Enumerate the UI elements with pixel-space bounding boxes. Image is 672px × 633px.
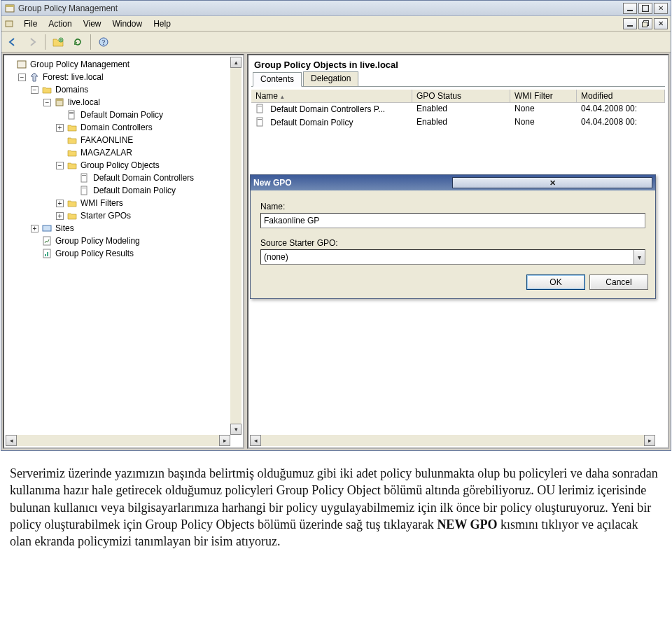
expand-icon[interactable]: + xyxy=(56,200,64,207)
tree-label: FAKAONLINE xyxy=(80,134,133,146)
menu-file[interactable]: File xyxy=(18,18,43,30)
tabbar: Contents Delegation xyxy=(251,71,665,87)
client-area: Group Policy Management − Forest: live.l… xyxy=(1,53,671,450)
list-row[interactable]: Default Domain Controllers P... Enabled … xyxy=(251,103,665,116)
svg-rect-1 xyxy=(6,5,14,7)
new-gpo-dialog: New GPO ✕ Name: Source Starter GPO: (non… xyxy=(250,174,656,299)
tree-gpo-ddp[interactable]: Default Domain Policy xyxy=(6,184,241,197)
dialog-close-button[interactable]: ✕ xyxy=(452,177,652,188)
svg-rect-3 xyxy=(643,5,649,11)
dialog-titlebar[interactable]: New GPO ✕ xyxy=(251,175,655,190)
gpo-name-input[interactable] xyxy=(260,213,645,228)
forest-icon xyxy=(29,71,40,83)
tree-domains[interactable]: − Domains xyxy=(6,83,241,96)
expand-icon[interactable]: + xyxy=(56,124,64,132)
ok-button[interactable]: OK xyxy=(526,274,585,290)
source-starter-dropdown[interactable]: (none) ▾ xyxy=(260,249,645,265)
back-button[interactable] xyxy=(4,34,21,50)
svg-rect-2 xyxy=(627,10,633,11)
header-status[interactable]: GPO Status xyxy=(412,90,510,102)
tab-contents[interactable]: Contents xyxy=(253,72,302,87)
tree-modeling[interactable]: Group Policy Modeling xyxy=(6,235,241,247)
collapse-icon[interactable]: − xyxy=(43,99,51,106)
svg-rect-24 xyxy=(45,254,46,256)
tree-label: Group Policy Management xyxy=(30,58,130,71)
tree-label: Sites xyxy=(55,222,74,235)
tree-gpo-ddc[interactable]: Default Domain Controllers xyxy=(6,172,241,184)
menu-window[interactable]: Window xyxy=(107,18,148,30)
scroll-right-icon[interactable]: ▸ xyxy=(219,435,230,446)
tree-ddp[interactable]: Default Domain Policy xyxy=(6,109,241,121)
article-bold: NEW GPO xyxy=(437,517,497,531)
collapse-icon[interactable]: − xyxy=(56,162,64,169)
tree-starter[interactable]: + Starter GPOs xyxy=(6,209,241,222)
scroll-left-icon[interactable]: ◂ xyxy=(6,435,17,446)
svg-rect-22 xyxy=(43,237,50,245)
expand-icon[interactable]: + xyxy=(31,225,38,232)
tree-gpo[interactable]: − Group Policy Objects xyxy=(6,159,241,172)
tree-hscroll[interactable]: ◂▸ xyxy=(6,435,230,446)
console-icon xyxy=(16,59,27,70)
menu-view[interactable]: View xyxy=(78,18,107,30)
dialog-title: New GPO xyxy=(253,178,452,188)
help-button[interactable]: ? xyxy=(95,34,112,50)
app-icon xyxy=(4,3,15,14)
cell-modified: 04.04.2008 00: xyxy=(577,117,665,129)
folder-icon xyxy=(66,160,78,171)
tree-forest[interactable]: − Forest: live.local xyxy=(6,71,241,83)
cancel-button[interactable]: Cancel xyxy=(589,274,648,290)
source-label: Source Starter GPO: xyxy=(260,238,645,248)
tree-results[interactable]: Group Policy Results xyxy=(6,247,241,260)
menu-action[interactable]: Action xyxy=(43,18,77,30)
titlebar[interactable]: Group Policy Management ✕ xyxy=(1,1,671,16)
sites-icon xyxy=(41,223,52,234)
scroll-up-icon[interactable]: ▴ xyxy=(230,57,241,68)
list-row[interactable]: Default Domain Policy Enabled None 04.04… xyxy=(251,116,665,130)
child-minimize-button[interactable] xyxy=(623,18,637,29)
toolbar: ? xyxy=(1,32,671,53)
tree-live[interactable]: − live.local xyxy=(6,96,241,109)
add-folder-button[interactable] xyxy=(50,34,66,50)
tree-label: Default Domain Policy xyxy=(80,109,163,121)
scroll-left-icon[interactable]: ◂ xyxy=(250,435,261,446)
tree-magazalar[interactable]: MAGAZALAR xyxy=(6,146,241,159)
tree-vscroll[interactable]: ▴▾ xyxy=(230,57,241,435)
tree-label: Starter GPOs xyxy=(80,209,131,222)
policy-icon xyxy=(255,117,265,129)
expand-icon[interactable]: + xyxy=(56,212,64,220)
close-button[interactable]: ✕ xyxy=(654,3,668,14)
refresh-button[interactable] xyxy=(69,34,86,50)
report-icon xyxy=(41,248,52,259)
menubar: File Action View Window Help ✕ xyxy=(1,16,671,32)
tree-sites[interactable]: + Sites xyxy=(6,222,241,235)
domain-icon xyxy=(54,97,65,108)
cell-status: Enabled xyxy=(412,117,510,129)
svg-rect-29 xyxy=(258,119,262,120)
menu-help[interactable]: Help xyxy=(148,18,176,30)
tab-delegation[interactable]: Delegation xyxy=(303,71,358,86)
tree-root[interactable]: Group Policy Management xyxy=(6,58,241,71)
collapse-icon[interactable]: − xyxy=(31,86,38,94)
maximize-button[interactable] xyxy=(638,3,652,14)
tree-label: Domain Controllers xyxy=(80,121,153,134)
details-hscroll[interactable]: ◂▸ xyxy=(250,435,655,446)
svg-rect-19 xyxy=(81,186,87,195)
tree-dc[interactable]: + Domain Controllers xyxy=(6,121,241,134)
collapse-icon[interactable]: − xyxy=(18,74,26,81)
chevron-down-icon[interactable]: ▾ xyxy=(634,250,645,264)
child-restore-button[interactable] xyxy=(638,18,652,29)
forward-button[interactable] xyxy=(24,34,41,50)
folder-icon xyxy=(66,210,78,221)
policy-icon xyxy=(79,172,90,183)
tree[interactable]: Group Policy Management − Forest: live.l… xyxy=(6,58,241,260)
scroll-right-icon[interactable]: ▸ xyxy=(644,435,655,446)
child-close-button[interactable]: ✕ xyxy=(654,18,668,29)
header-wmi[interactable]: WMI Filter xyxy=(510,90,577,102)
svg-rect-20 xyxy=(82,188,86,188)
scroll-down-icon[interactable]: ▾ xyxy=(230,424,241,435)
header-name[interactable]: Name xyxy=(251,90,412,102)
tree-wmi[interactable]: + WMI Filters xyxy=(6,197,241,209)
minimize-button[interactable] xyxy=(623,3,637,14)
tree-fakaonline[interactable]: FAKAONLINE xyxy=(6,134,241,146)
header-modified[interactable]: Modified xyxy=(577,90,665,102)
